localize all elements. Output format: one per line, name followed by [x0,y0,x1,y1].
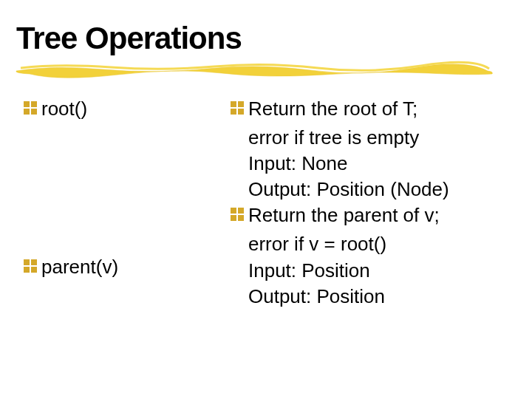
right-block-parent: Return the parent of v; [231,202,502,228]
left-item-root-text: root() [41,96,87,122]
bullet-icon [24,259,37,273]
bullet-icon [231,208,244,221]
svg-rect-5 [31,259,37,265]
svg-rect-0 [24,101,30,107]
svg-rect-13 [238,208,244,214]
right-parent-line4: Output: Position [231,284,502,310]
svg-rect-9 [238,101,244,107]
left-item-parent: parent(v) [24,254,231,280]
title-underline [15,61,495,78]
svg-rect-3 [31,109,37,115]
left-item-root: root() [24,96,231,122]
right-column: Return the root of T; error if tree is e… [231,96,502,310]
left-spacer [24,125,231,254]
svg-rect-7 [31,267,37,273]
svg-rect-10 [231,109,236,115]
bullet-icon [231,101,244,115]
right-parent-line1: Return the parent of v; [248,202,440,228]
right-root-line4: Output: Position (Node) [231,177,502,202]
left-column: root() parent(v) [24,96,231,310]
bullet-icon [24,101,37,115]
svg-rect-6 [24,267,30,273]
right-parent-line2: error if v = root() [231,231,502,257]
svg-rect-4 [24,259,30,265]
svg-rect-8 [231,101,236,107]
svg-rect-12 [231,208,236,214]
left-item-parent-text: parent(v) [41,254,118,280]
svg-rect-14 [231,215,236,221]
right-parent-line3: Input: Position [231,258,502,284]
svg-rect-2 [24,109,30,115]
content-area: root() parent(v) [24,96,502,310]
right-root-line2: error if tree is empty [231,125,502,151]
right-root-line1: Return the root of T; [248,96,417,122]
right-root-line3: Input: None [231,151,502,177]
svg-rect-15 [238,215,244,221]
slide-title: Tree Operations [16,21,242,56]
svg-rect-1 [31,101,37,107]
right-block-root: Return the root of T; [231,96,502,122]
svg-rect-11 [238,109,244,115]
